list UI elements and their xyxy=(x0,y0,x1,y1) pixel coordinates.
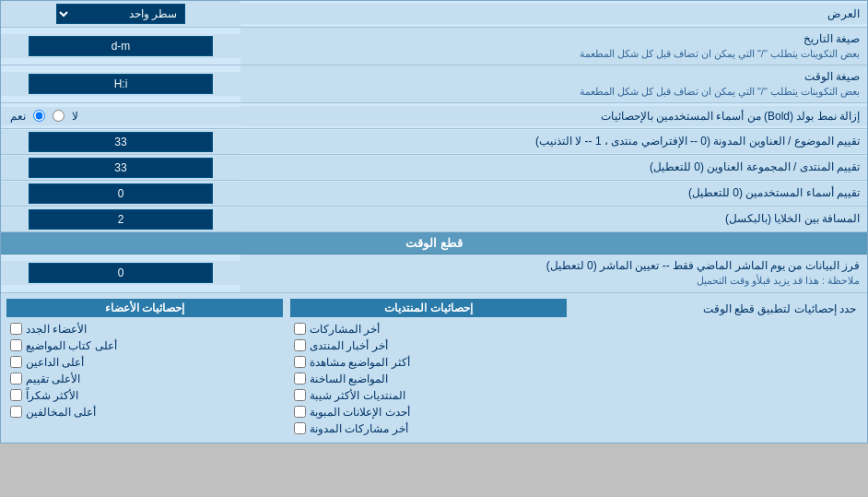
remove-bold-no-radio[interactable] xyxy=(53,110,65,122)
user-names-label: تقييم أسماء المستخدمين (0 للتعطيل) xyxy=(240,182,867,205)
topic-order-field[interactable] xyxy=(29,132,213,152)
time-cut-row: فرز البيانات من يوم الماشر الماضي فقط --… xyxy=(1,254,867,292)
stats-members-header: إحصائيات الأعضاء xyxy=(6,299,283,317)
checkbox-posts-0[interactable] xyxy=(294,323,306,335)
cell-spacing-field[interactable] xyxy=(29,209,213,230)
stats-posts-col: إحصائيات المنتديات أخر المشاركات أخر أخب… xyxy=(290,299,567,437)
checkboxes-section: حدد إحصائيات لتطبيق قطع الوقت إحصائيات ا… xyxy=(1,293,867,443)
apply-time-label: حدد إحصائيات لتطبيق قطع الوقت xyxy=(703,302,856,315)
checkbox-item-posts-6: أخر مشاركات المدونة xyxy=(290,420,567,437)
checkbox-item-members-2: أعلى الداعين xyxy=(6,354,283,371)
time-cut-input-cell xyxy=(1,261,240,285)
time-format-row: صيغة الوقت بعض التكوينات يتطلب "/" التي … xyxy=(1,65,867,103)
checkbox-posts-1[interactable] xyxy=(294,339,306,351)
topic-order-row: تقييم الموضوع / العناوين المدونة (0 -- ا… xyxy=(1,129,867,155)
remove-bold-label: إزالة نمط بولد (Bold) من أسماء المستخدمي… xyxy=(240,106,867,126)
checkbox-item-posts-2: أكثر المواضيع مشاهدة xyxy=(290,354,567,371)
forum-order-field[interactable] xyxy=(29,158,213,178)
time-cut-field[interactable] xyxy=(29,263,213,283)
forum-order-label: تقييم المنتدى / المجموعة العناوين (0 للت… xyxy=(240,156,867,179)
checkbox-posts-5[interactable] xyxy=(294,406,306,418)
checkbox-posts-3[interactable] xyxy=(294,373,306,385)
remove-bold-no-label: لا xyxy=(72,110,78,123)
checkbox-item-members-3: الأعلى تقييم xyxy=(6,371,283,387)
checkbox-item-members-5: أعلى المخالفين xyxy=(6,404,283,420)
time-format-field[interactable] xyxy=(29,74,213,94)
time-format-input-cell xyxy=(1,72,240,96)
time-format-label: صيغة الوقت بعض التكوينات يتطلب "/" التي … xyxy=(240,65,867,102)
checkbox-posts-6[interactable] xyxy=(294,422,306,434)
stats-posts-header: إحصائيات المنتديات xyxy=(290,299,567,317)
cell-spacing-input-cell xyxy=(1,207,240,231)
user-names-input-cell xyxy=(1,182,240,206)
checkbox-item-posts-3: المواضيع الساخنة xyxy=(290,371,567,387)
remove-bold-row: إزالة نمط بولد (Bold) من أسماء المستخدمي… xyxy=(1,103,867,129)
forum-order-row: تقييم المنتدى / المجموعة العناوين (0 للت… xyxy=(1,155,867,181)
checkbox-posts-4[interactable] xyxy=(294,389,306,401)
display-select[interactable]: سطر واحد سطرين ثلاثة أسطر xyxy=(56,4,185,24)
checkbox-members-5[interactable] xyxy=(10,406,22,418)
remove-bold-yes-radio[interactable] xyxy=(33,110,45,122)
forum-order-input-cell xyxy=(1,156,240,180)
topic-order-label: تقييم الموضوع / العناوين المدونة (0 -- ا… xyxy=(240,130,867,153)
date-format-row: صيغة التاريخ بعض التكوينات يتطلب "/" الت… xyxy=(1,28,867,65)
date-format-label: صيغة التاريخ بعض التكوينات يتطلب "/" الت… xyxy=(240,28,867,65)
display-row: العرض سطر واحد سطرين ثلاثة أسطر xyxy=(1,1,867,28)
time-cut-section-header: قطع الوقت xyxy=(1,232,867,254)
remove-bold-yes-label: نعم xyxy=(10,110,26,123)
cell-spacing-label: المسافة بين الخلايا (بالبكسل) xyxy=(240,207,867,231)
topic-order-input-cell xyxy=(1,130,240,154)
date-format-input-cell xyxy=(1,34,240,58)
checkbox-members-3[interactable] xyxy=(10,373,22,385)
apply-time-cell: حدد إحصائيات لتطبيق قطع الوقت xyxy=(574,299,862,437)
checkbox-item-members-1: أعلى كتاب المواضيع xyxy=(6,337,283,354)
checkbox-members-4[interactable] xyxy=(10,389,22,401)
main-container: العرض سطر واحد سطرين ثلاثة أسطر صيغة الت… xyxy=(0,0,868,444)
cell-spacing-row: المسافة بين الخلايا (بالبكسل) xyxy=(1,207,867,232)
user-names-row: تقييم أسماء المستخدمين (0 للتعطيل) xyxy=(1,181,867,207)
stats-members-col: إحصائيات الأعضاء الأعضاء الجدد أعلى كتاب… xyxy=(6,299,283,437)
time-cut-label: فرز البيانات من يوم الماشر الماضي فقط --… xyxy=(240,254,867,291)
checkbox-item-members-0: الأعضاء الجدد xyxy=(6,321,283,337)
checkbox-item-posts-1: أخر أخبار المنتدى xyxy=(290,337,567,354)
checkbox-item-posts-5: أحدث الإعلانات المبوبة xyxy=(290,404,567,420)
display-input-cell: سطر واحد سطرين ثلاثة أسطر xyxy=(1,1,240,27)
checkbox-item-posts-4: المنتديات الأكثر شيبة xyxy=(290,387,567,404)
checkbox-members-2[interactable] xyxy=(10,356,22,368)
checkbox-posts-2[interactable] xyxy=(294,356,306,368)
date-format-field[interactable] xyxy=(29,36,213,56)
checkbox-item-posts-0: أخر المشاركات xyxy=(290,321,567,337)
checkbox-members-1[interactable] xyxy=(10,339,22,351)
user-names-field[interactable] xyxy=(29,183,213,204)
remove-bold-options: لا نعم xyxy=(1,107,240,125)
checkbox-members-0[interactable] xyxy=(10,323,22,335)
checkbox-item-members-4: الأكثر شكراً xyxy=(6,387,283,404)
display-label: العرض xyxy=(240,4,867,24)
